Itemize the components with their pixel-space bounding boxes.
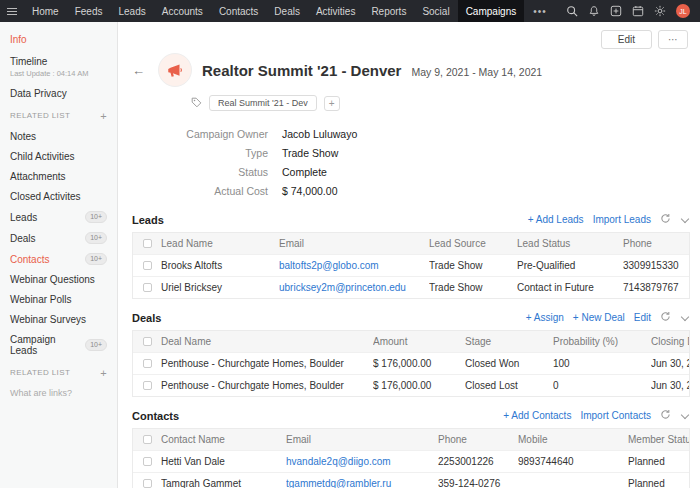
sidebar-item-timeline[interactable]: Timeline Last Update : 04:14 AM: [10, 56, 107, 78]
assign-deal-link[interactable]: + Assign: [526, 312, 564, 323]
nav-item-leads[interactable]: Leads: [110, 0, 153, 22]
row-checkbox[interactable]: [143, 381, 152, 390]
back-arrow-icon[interactable]: ←: [132, 63, 145, 78]
bell-icon[interactable]: [588, 5, 600, 17]
collapse-chevron-icon[interactable]: [681, 312, 689, 320]
sidebar-item-data-privacy[interactable]: Data Privacy: [10, 88, 107, 99]
refresh-icon[interactable]: [660, 213, 671, 226]
contact-name-cell[interactable]: Tamqrah Gammet: [161, 478, 286, 488]
nav-item-home[interactable]: Home: [24, 0, 67, 22]
sidebar-item-campaign-leads[interactable]: Campaign Leads10+: [10, 334, 107, 356]
left-sidebar: Info Timeline Last Update : 04:14 AM Dat…: [0, 22, 118, 488]
nav-item-contacts[interactable]: Contacts: [211, 0, 266, 22]
contact-email-link[interactable]: tgammetdq@rambler.ru: [286, 478, 438, 488]
main-content: Edit ⋯ ← Realtor Summit '21 - Denver May…: [118, 22, 700, 488]
sidebar-item-webinar-surveys[interactable]: Webinar Surveys: [10, 314, 107, 325]
import-contacts-link[interactable]: Import Contacts: [580, 410, 651, 421]
sidebar-item-attachments[interactable]: Attachments: [10, 171, 107, 182]
contact-email-link[interactable]: hvandale2q@diigo.com: [286, 456, 438, 467]
table-row[interactable]: Hetti Van Dale hvandale2q@diigo.com 2253…: [133, 450, 689, 472]
column-header[interactable]: Lead Source: [429, 238, 517, 249]
table-row[interactable]: Penthouse - Churchgate Homes, Boulder $ …: [133, 352, 689, 374]
lead-name-cell[interactable]: Uriel Bricksey: [161, 282, 279, 293]
row-checkbox[interactable]: [143, 261, 152, 270]
user-avatar[interactable]: JL: [676, 4, 690, 18]
sidebar-item-deals[interactable]: Deals10+: [10, 232, 107, 244]
field-actual-cost: Actual Cost $ 74,000.00: [118, 182, 700, 201]
nav-item-reports[interactable]: Reports: [363, 0, 414, 22]
row-checkbox[interactable]: [143, 479, 152, 488]
sidebar-item-contacts[interactable]: Contacts10+: [10, 253, 107, 265]
column-header[interactable]: Lead Name: [161, 238, 279, 249]
row-checkbox[interactable]: [143, 283, 152, 292]
sidebar-item-notes[interactable]: Notes: [10, 131, 107, 142]
deal-name-cell[interactable]: Penthouse - Churchgate Homes, Boulder: [161, 358, 373, 369]
column-header[interactable]: Member Status: [628, 434, 689, 445]
related-list-add-icon[interactable]: +: [100, 112, 107, 120]
nav-more-icon[interactable]: •••: [524, 0, 556, 22]
select-all-checkbox[interactable]: [143, 337, 152, 346]
add-leads-link[interactable]: + Add Leads: [528, 214, 584, 225]
sidebar-item-webinar-questions[interactable]: Webinar Questions: [10, 274, 107, 285]
sidebar-item-leads[interactable]: Leads10+: [10, 211, 107, 223]
table-row[interactable]: Penthouse - Churchgate Homes, Boulder $ …: [133, 374, 689, 396]
lead-name-cell[interactable]: Brooks Altofts: [161, 260, 279, 271]
column-header[interactable]: Contact Name: [161, 434, 286, 445]
deals-table-header: Deal Name Amount Stage Probability (%) C…: [133, 331, 689, 352]
member-status-cell: Planned: [628, 456, 689, 467]
plus-square-icon[interactable]: [610, 5, 622, 17]
refresh-icon[interactable]: [660, 311, 671, 324]
lead-email-link[interactable]: ubricksey2m@princeton.edu: [279, 282, 429, 293]
sidebar-item-closed-activites[interactable]: Closed Activites: [10, 191, 107, 202]
column-header[interactable]: Stage: [465, 336, 553, 347]
nav-item-accounts[interactable]: Accounts: [154, 0, 211, 22]
column-header[interactable]: Phone: [623, 238, 700, 249]
column-header[interactable]: Email: [286, 434, 438, 445]
table-row[interactable]: Tamqrah Gammet tgammetdq@rambler.ru 359-…: [133, 472, 689, 488]
nav-item-activities[interactable]: Activities: [308, 0, 363, 22]
table-row[interactable]: Brooks Altofts baltofts2p@globo.com Trad…: [133, 254, 689, 276]
sidebar-item-info[interactable]: Info: [10, 34, 107, 45]
column-header[interactable]: Mobile: [518, 434, 628, 445]
row-checkbox[interactable]: [143, 359, 152, 368]
sidebar-item-child-activities[interactable]: Child Activities: [10, 151, 107, 162]
import-leads-link[interactable]: Import Leads: [593, 214, 651, 225]
edit-deals-link[interactable]: Edit: [634, 312, 651, 323]
sidebar-item-webinar-polls[interactable]: Webinar Polls: [10, 294, 107, 305]
settings-gear-icon[interactable]: [654, 5, 666, 17]
search-icon[interactable]: [566, 5, 578, 17]
column-header[interactable]: Lead Status: [517, 238, 623, 249]
edit-button[interactable]: Edit: [601, 30, 652, 49]
collapse-chevron-icon[interactable]: [681, 214, 689, 222]
add-contacts-link[interactable]: + Add Contacts: [503, 410, 571, 421]
column-header[interactable]: Closing Date: [651, 336, 689, 347]
nav-item-social[interactable]: Social: [414, 0, 457, 22]
collapse-chevron-icon[interactable]: [681, 410, 689, 418]
app-menu-icon[interactable]: [0, 0, 24, 22]
column-header[interactable]: Email: [279, 238, 429, 249]
nav-item-campaigns[interactable]: Campaigns: [458, 0, 525, 22]
column-header[interactable]: Deal Name: [161, 336, 373, 347]
column-header[interactable]: Amount: [373, 336, 465, 347]
links-add-icon[interactable]: +: [100, 369, 107, 377]
nav-item-feeds[interactable]: Feeds: [67, 0, 111, 22]
table-row[interactable]: Uriel Bricksey ubricksey2m@princeton.edu…: [133, 276, 689, 298]
deal-name-cell[interactable]: Penthouse - Churchgate Homes, Boulder: [161, 380, 373, 391]
add-tag-button[interactable]: +: [324, 96, 340, 111]
column-header[interactable]: Phone: [438, 434, 518, 445]
calendar-icon[interactable]: [632, 5, 644, 17]
select-all-checkbox[interactable]: [143, 435, 152, 444]
what-are-links-text[interactable]: What are links?: [10, 388, 107, 398]
new-deal-link[interactable]: + New Deal: [573, 312, 625, 323]
column-header[interactable]: Probability (%): [553, 336, 651, 347]
select-all-checkbox[interactable]: [143, 239, 152, 248]
lead-email-link[interactable]: baltofts2p@globo.com: [279, 260, 429, 271]
nav-item-deals[interactable]: Deals: [266, 0, 308, 22]
campaign-details: Campaign Owner Jacob Luluwayo Type Trade…: [118, 125, 700, 201]
deal-amount-cell: $ 176,000.00: [373, 358, 465, 369]
more-options-button[interactable]: ⋯: [658, 30, 688, 49]
tag-badge[interactable]: Real Summit '21 - Dev: [209, 95, 317, 111]
row-checkbox[interactable]: [143, 457, 152, 466]
contact-name-cell[interactable]: Hetti Van Dale: [161, 456, 286, 467]
refresh-icon[interactable]: [660, 409, 671, 422]
